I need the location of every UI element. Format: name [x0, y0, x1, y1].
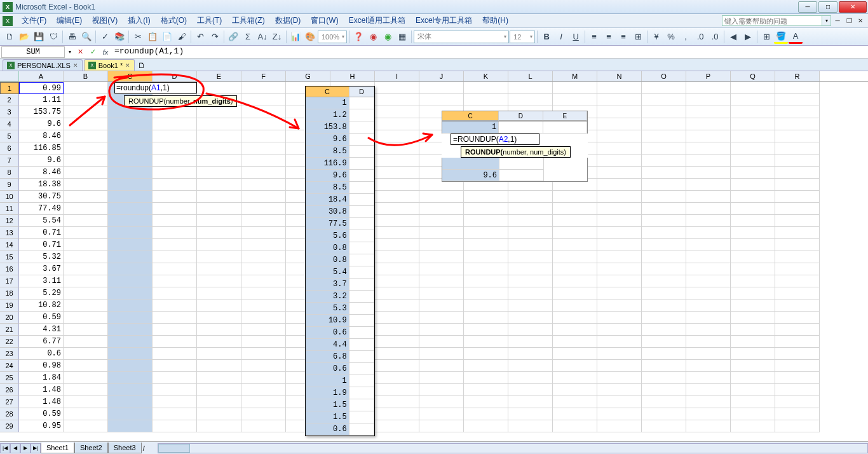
underline-button[interactable]: U	[569, 30, 583, 44]
maximize-button[interactable]: □	[818, 1, 837, 13]
cell[interactable]	[153, 275, 197, 287]
cell[interactable]	[108, 396, 153, 408]
col-header-q[interactable]: Q	[731, 71, 775, 81]
cell[interactable]	[508, 360, 553, 372]
cell[interactable]	[375, 396, 419, 408]
row-header[interactable]: 16	[0, 263, 19, 275]
paste-icon[interactable]: 📄	[160, 30, 174, 44]
cell[interactable]	[375, 251, 419, 263]
cell[interactable]	[375, 179, 419, 191]
cell[interactable]	[197, 82, 241, 94]
cell[interactable]	[553, 384, 597, 396]
research-icon[interactable]: 📚	[112, 30, 126, 44]
cell[interactable]	[553, 360, 597, 372]
row-header[interactable]: 28	[0, 408, 19, 420]
cell[interactable]	[64, 263, 108, 275]
cell[interactable]	[419, 215, 464, 227]
cell[interactable]	[375, 94, 419, 106]
cell[interactable]	[64, 324, 108, 336]
row-header[interactable]: 13	[0, 227, 19, 239]
cell[interactable]	[419, 384, 464, 396]
cell[interactable]	[375, 191, 419, 203]
cell[interactable]	[241, 408, 286, 420]
cell[interactable]: 1.84	[19, 372, 64, 384]
cell[interactable]	[64, 360, 108, 372]
cell[interactable]	[153, 155, 197, 167]
cell[interactable]	[553, 312, 597, 324]
cell[interactable]	[775, 227, 820, 239]
cell[interactable]	[775, 251, 820, 263]
cell[interactable]	[464, 360, 508, 372]
cell[interactable]	[197, 348, 241, 360]
cell-edit-overlay[interactable]: =roundup(A1,1)	[114, 82, 197, 93]
cell[interactable]	[375, 106, 419, 118]
cell[interactable]	[375, 287, 419, 299]
cell[interactable]	[375, 263, 419, 275]
cell[interactable]: 9.6	[19, 118, 64, 130]
cell[interactable]	[597, 287, 642, 299]
sheet-nav-last[interactable]: ▶|	[31, 443, 41, 453]
cell[interactable]	[508, 420, 553, 432]
cell[interactable]: 0.71	[19, 227, 64, 239]
cell[interactable]	[375, 348, 419, 360]
cell[interactable]	[731, 106, 775, 118]
cell[interactable]	[419, 263, 464, 275]
cell[interactable]	[642, 191, 686, 203]
cell[interactable]	[642, 215, 686, 227]
row-header[interactable]: 10	[0, 191, 19, 203]
cell[interactable]	[241, 203, 286, 215]
menu-special-kit[interactable]: Excel专用工具箱	[410, 14, 477, 27]
cell[interactable]	[553, 251, 597, 263]
cell[interactable]	[375, 360, 419, 372]
menu-help[interactable]: 帮助(H)	[477, 14, 513, 27]
cell[interactable]	[731, 408, 775, 420]
cell[interactable]	[731, 263, 775, 275]
workbook-tab-personal[interactable]: X PERSONAL.XLS ✕	[3, 59, 83, 71]
cell[interactable]	[197, 275, 241, 287]
cell[interactable]	[731, 118, 775, 130]
cell[interactable]	[597, 299, 642, 312]
cell[interactable]	[464, 324, 508, 336]
cell[interactable]	[64, 179, 108, 191]
cell[interactable]	[464, 396, 508, 408]
cell[interactable]	[508, 348, 553, 360]
cell[interactable]	[419, 227, 464, 239]
cell[interactable]	[731, 324, 775, 336]
cell[interactable]	[731, 215, 775, 227]
permission-icon[interactable]: 🛡	[46, 30, 60, 44]
cell[interactable]: 0.99	[19, 82, 64, 94]
col-header-b[interactable]: B	[64, 71, 108, 81]
sheet-tab-2[interactable]: Sheet2	[74, 443, 108, 453]
cell[interactable]	[108, 287, 153, 299]
row-header[interactable]: 9	[0, 179, 19, 191]
font-size-combo[interactable]: 12▾	[510, 31, 535, 43]
cell[interactable]	[464, 312, 508, 324]
cell[interactable]	[241, 155, 286, 167]
cell[interactable]	[597, 203, 642, 215]
cell[interactable]	[553, 324, 597, 336]
cell[interactable]	[153, 299, 197, 312]
menu-data[interactable]: 数据(D)	[270, 14, 306, 27]
cell[interactable]	[731, 251, 775, 263]
cell[interactable]	[597, 263, 642, 275]
cell[interactable]	[597, 191, 642, 203]
cell[interactable]	[642, 384, 686, 396]
cell[interactable]	[375, 420, 419, 432]
cell[interactable]	[64, 191, 108, 203]
cell[interactable]	[686, 420, 731, 432]
cell[interactable]	[375, 384, 419, 396]
cell[interactable]	[775, 312, 820, 324]
cell[interactable]	[775, 155, 820, 167]
cell[interactable]	[108, 324, 153, 336]
cell[interactable]	[419, 312, 464, 324]
cell[interactable]	[553, 191, 597, 203]
cell[interactable]	[241, 82, 286, 94]
cell[interactable]	[197, 372, 241, 384]
undo-icon[interactable]: ↶	[193, 30, 207, 44]
cell[interactable]	[553, 336, 597, 348]
cell[interactable]	[775, 336, 820, 348]
cell[interactable]	[464, 251, 508, 263]
cell[interactable]	[508, 396, 553, 408]
cell[interactable]	[597, 275, 642, 287]
cell[interactable]	[153, 191, 197, 203]
